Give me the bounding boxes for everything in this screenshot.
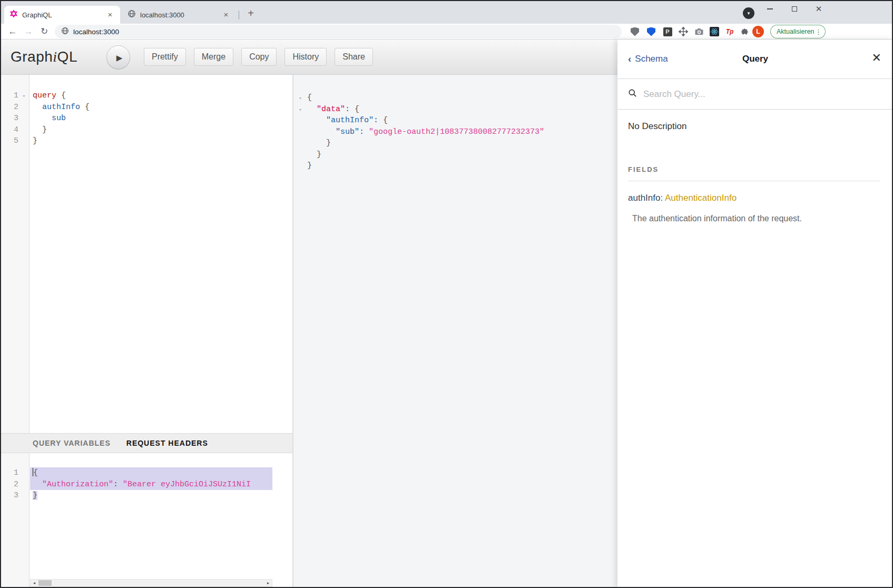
field-row: authInfo: AuthenticationInfo [628, 193, 880, 203]
play-icon: ▶ [116, 53, 123, 62]
react-devtools-icon[interactable] [709, 26, 720, 37]
field-description: The authentication information of the re… [628, 214, 880, 223]
code-line: 4 } [0, 124, 292, 136]
ublock-shield-icon[interactable] [630, 26, 640, 37]
tab-query-variables[interactable]: QUERY VARIABLES [33, 439, 111, 447]
code-line: 3} [0, 490, 292, 502]
scrollbar-thumb[interactable] [38, 580, 52, 586]
tab-separator [239, 11, 239, 19]
type-name-link[interactable]: AuthenticationInfo [665, 193, 737, 203]
code-line: 5} [0, 135, 292, 147]
doc-explorer-panel: ‹ Schema Query ✕ No Description FIELDS a… [617, 40, 893, 588]
maximize-icon [792, 6, 797, 12]
code-line: "sub": "google-oauth2|108377380082777232… [293, 126, 617, 138]
fold-arrow-icon[interactable]: ▾ [18, 91, 30, 103]
minimize-icon [767, 8, 773, 9]
toolbar-button-share[interactable]: Share [335, 48, 373, 66]
back-icon[interactable]: ← [6, 25, 19, 38]
kebab-menu-icon[interactable]: ⋮ [815, 28, 823, 36]
code-line: ▾ "data": { [293, 104, 617, 115]
scroll-left-icon[interactable]: ◂ [31, 581, 38, 585]
profile-avatar[interactable]: L [752, 26, 764, 37]
tab-request-headers[interactable]: REQUEST HEADERS [126, 439, 208, 447]
graphql-hexagram-icon [9, 9, 18, 20]
tab-graphiql[interactable]: GraphiQL × [4, 6, 120, 24]
code-line: "authInfo": { [293, 115, 617, 126]
toolbar-button-prettify[interactable]: Prettify [144, 48, 186, 66]
fields-section-label: FIELDS [628, 165, 880, 173]
code-line: } [293, 138, 617, 149]
query-editor[interactable]: 1▾query {2 authInfo {3 sub4 }5} [0, 75, 292, 433]
doc-content: No Description FIELDS authInfo: Authenti… [617, 110, 893, 223]
window-minimize-button[interactable] [761, 3, 778, 15]
fold-arrow-icon[interactable]: ▾ [293, 105, 307, 116]
tampermonkey-tp-icon[interactable]: Tp [724, 26, 735, 37]
code-line: } [293, 160, 617, 172]
tab-localhost[interactable]: localhost:3000 × [122, 6, 236, 24]
code-line: } [293, 149, 617, 161]
gq-toolbar-buttons: PrettifyMergeCopyHistoryShare [144, 48, 373, 66]
code-line: ▾{ [293, 92, 617, 104]
scroll-right-icon[interactable]: ▸ [264, 581, 272, 585]
field-name-link[interactable]: authInfo [628, 193, 660, 203]
browser-tab-strip: GraphiQL × localhost:3000 × + ▾ ✕ [0, 0, 893, 24]
update-label: Aktualisieren [777, 28, 815, 35]
window-maximize-button[interactable] [786, 3, 803, 15]
doc-explorer-header: ‹ Schema Query ✕ [617, 40, 893, 79]
globe-icon [61, 27, 69, 37]
window-close-button[interactable]: ✕ [810, 3, 827, 15]
request-headers-editor[interactable]: 1{2 "Authorization": "Bearer eyJhbGciOiJ… [0, 453, 292, 588]
fold-arrow-icon[interactable]: ▾ [293, 93, 307, 105]
fields-divider [628, 181, 880, 181]
code-line: 1▾query { [0, 90, 292, 102]
doc-search-box [617, 79, 893, 110]
chrome-chevron-button[interactable]: ▾ [743, 7, 754, 19]
toolbar-button-history[interactable]: History [284, 48, 327, 66]
code-line: 2 authInfo { [0, 102, 292, 113]
close-tab-icon[interactable]: × [105, 10, 115, 19]
doc-title: Query [617, 54, 893, 64]
doc-close-icon[interactable]: ✕ [872, 51, 881, 65]
chrome-update-button[interactable]: Aktualisieren ⋮ [770, 25, 826, 38]
camera-icon[interactable] [694, 26, 704, 37]
execute-query-button[interactable]: ▶ [106, 45, 130, 69]
reload-icon[interactable]: ↻ [38, 25, 51, 38]
new-tab-button[interactable]: + [243, 6, 258, 21]
url-text: localhost:3000 [73, 28, 119, 36]
tab-title: GraphiQL [22, 11, 105, 19]
bitwarden-shield-icon[interactable] [646, 26, 656, 37]
p-extension-icon[interactable]: P [662, 26, 673, 37]
close-tab-icon[interactable]: × [221, 10, 231, 19]
doc-search-input[interactable] [643, 89, 865, 100]
extensions-puzzle-icon[interactable] [739, 26, 750, 37]
variables-title-bar: QUERY VARIABLES REQUEST HEADERS [0, 433, 292, 453]
move-crosshair-icon[interactable] [678, 26, 689, 37]
graphiql-logo: GraphiQL [11, 48, 77, 65]
toolbar-button-merge[interactable]: Merge [194, 48, 233, 66]
forward-icon[interactable]: → [22, 25, 35, 38]
tab-title: localhost:3000 [140, 11, 221, 19]
type-description: No Description [628, 121, 880, 132]
search-icon [628, 89, 637, 100]
horizontal-scrollbar[interactable]: ◂ ▸ [30, 579, 272, 587]
browser-toolbar: ← → ↻ localhost:3000 P Tp L Aktualisiere… [0, 24, 893, 40]
address-bar[interactable]: localhost:3000 [55, 25, 622, 38]
response-pane[interactable]: ▾{▾ "data": { "authInfo": { "sub": "goog… [293, 75, 617, 588]
code-line: 1{ [0, 467, 292, 479]
graphiql-app: GraphiQL ▶ PrettifyMergeCopyHistoryShare… [0, 40, 893, 588]
toolbar-button-copy[interactable]: Copy [241, 48, 277, 66]
editor-pane: 1▾query {2 authInfo {3 sub4 }5} QUERY VA… [0, 75, 293, 588]
graphiql-topbar: GraphiQL ▶ PrettifyMergeCopyHistoryShare [0, 40, 617, 75]
code-line: 2 "Authorization": "Bearer eyJhbGciOiJSU… [0, 479, 292, 491]
code-line: 3 sub [0, 113, 292, 124]
globe-icon [127, 9, 136, 20]
